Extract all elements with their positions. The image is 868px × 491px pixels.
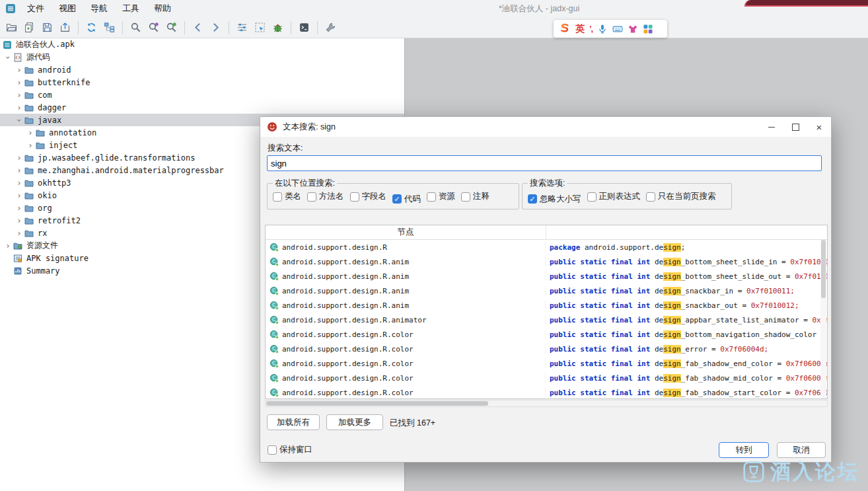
goto-button[interactable]: 转到 bbox=[719, 442, 769, 458]
code-text: _snackbar_out = bbox=[681, 301, 751, 310]
class-search-icon[interactable] bbox=[163, 19, 180, 36]
svg-text:C: C bbox=[272, 389, 275, 395]
collapse-arrow-icon[interactable]: › bbox=[3, 52, 13, 63]
code-keyword: public static final int bbox=[550, 345, 655, 354]
tree-item-label: retrofit2 bbox=[38, 216, 81, 225]
flatten-packages-icon[interactable] bbox=[100, 19, 118, 36]
menu-item[interactable]: 导航 bbox=[83, 0, 115, 17]
maximize-button[interactable] bbox=[783, 117, 807, 137]
toolbox-grid-icon[interactable] bbox=[643, 24, 653, 34]
expand-arrow-icon[interactable]: › bbox=[14, 190, 24, 201]
result-row[interactable]: Candroid.support.design.R.animpublic sta… bbox=[266, 283, 827, 298]
vertical-scrollbar[interactable] bbox=[820, 240, 826, 398]
tree-item[interactable]: ›com bbox=[0, 89, 404, 101]
ime-punctuation-toggle[interactable]: ’, bbox=[589, 24, 593, 34]
tree-item[interactable]: 油联合伙人.apk bbox=[0, 38, 404, 51]
checkbox-option[interactable]: ✓代码 bbox=[392, 194, 421, 205]
result-row[interactable]: Candroid.support.design.R.animpublic sta… bbox=[266, 254, 827, 269]
tree-item[interactable]: ›butterknife bbox=[0, 76, 404, 89]
result-row[interactable]: Candroid.support.design.R.animatorpublic… bbox=[266, 313, 827, 327]
dialog-titlebar[interactable]: 文本搜索: sign × bbox=[260, 117, 831, 137]
keep-window-checkbox[interactable]: 保持窗口 bbox=[268, 444, 312, 455]
reload-icon[interactable] bbox=[83, 19, 100, 36]
expand-arrow-icon[interactable]: › bbox=[14, 178, 24, 188]
open-folder-icon[interactable] bbox=[3, 19, 20, 36]
menu-item[interactable]: 帮助 bbox=[147, 0, 178, 17]
collapse-arrow-icon[interactable]: › bbox=[14, 115, 24, 126]
code-keyword: public static final int bbox=[550, 301, 655, 310]
results-table[interactable]: 节点 Candroid.support.design.Rpackage andr… bbox=[265, 225, 828, 399]
result-code-cell: public static final int design_fab_shado… bbox=[546, 359, 827, 368]
checkbox-option[interactable]: 资源 bbox=[427, 191, 455, 202]
checkbox-option[interactable]: 正则表达式 bbox=[587, 191, 641, 202]
checkbox-option[interactable]: 类名 bbox=[273, 191, 301, 202]
add-files-icon[interactable] bbox=[20, 19, 38, 36]
ime-toolbar[interactable]: 英 ’, bbox=[554, 20, 667, 38]
close-button[interactable]: × bbox=[807, 117, 831, 137]
code-column-header[interactable] bbox=[546, 225, 827, 239]
debugger-icon[interactable] bbox=[269, 19, 287, 36]
expand-arrow-icon[interactable]: › bbox=[14, 165, 24, 176]
class-icon: C bbox=[270, 330, 279, 339]
expand-arrow-icon[interactable]: › bbox=[14, 77, 24, 88]
class-icon: C bbox=[270, 272, 279, 281]
checkbox-option[interactable]: 只在当前页搜索 bbox=[646, 191, 716, 202]
vertical-scrollbar-thumb[interactable] bbox=[821, 240, 826, 298]
microphone-icon[interactable] bbox=[597, 24, 608, 34]
text-search-icon[interactable] bbox=[127, 19, 145, 36]
comment-search-icon[interactable] bbox=[145, 19, 163, 36]
expand-arrow-icon[interactable]: › bbox=[14, 215, 24, 226]
inspector-icon[interactable] bbox=[251, 19, 269, 36]
result-row[interactable]: Candroid.support.design.R.colorpublic st… bbox=[266, 327, 827, 342]
checkbox-option[interactable]: ✓忽略大小写 bbox=[528, 194, 581, 205]
expand-arrow-icon[interactable]: › bbox=[25, 140, 36, 151]
result-row[interactable]: Candroid.support.design.R.colorpublic st… bbox=[266, 371, 827, 385]
load-all-button[interactable]: 加载所有 bbox=[267, 414, 320, 430]
export-icon[interactable] bbox=[56, 19, 74, 36]
menu-item[interactable]: 视图 bbox=[52, 0, 83, 17]
package-icon bbox=[24, 115, 35, 125]
expand-arrow-icon[interactable]: › bbox=[14, 228, 24, 239]
horizontal-scrollbar-thumb[interactable] bbox=[266, 401, 488, 406]
horizontal-scrollbar[interactable] bbox=[265, 400, 828, 407]
keep-window-label: 保持窗口 bbox=[279, 444, 312, 455]
sogou-logo-icon[interactable] bbox=[558, 22, 571, 35]
result-row[interactable]: Candroid.support.design.R.colorpublic st… bbox=[266, 356, 827, 371]
cancel-button[interactable]: 取消 bbox=[777, 442, 826, 458]
menu-item[interactable]: 工具 bbox=[115, 0, 147, 17]
save-all-icon[interactable] bbox=[38, 19, 56, 36]
minimize-button[interactable] bbox=[760, 117, 783, 137]
expand-arrow-icon[interactable]: › bbox=[14, 65, 24, 75]
result-row[interactable]: Candroid.support.design.R.animpublic sta… bbox=[266, 298, 827, 313]
tree-item[interactable]: ›android bbox=[0, 63, 404, 76]
expand-arrow-icon[interactable]: › bbox=[3, 241, 13, 251]
forward-icon[interactable] bbox=[207, 19, 225, 36]
result-row[interactable]: Candroid.support.design.Rpackage android… bbox=[266, 240, 827, 254]
skin-icon[interactable] bbox=[628, 24, 638, 34]
menu-item[interactable]: 文件 bbox=[20, 0, 52, 17]
deobfuscation-icon[interactable] bbox=[233, 19, 251, 36]
back-icon[interactable] bbox=[189, 19, 207, 36]
log-viewer-icon[interactable] bbox=[295, 19, 313, 36]
result-row[interactable]: Candroid.support.design.R.colorpublic st… bbox=[266, 342, 827, 356]
tree-item[interactable]: ›dagger bbox=[0, 101, 404, 114]
expand-arrow-icon[interactable]: › bbox=[14, 102, 24, 113]
load-more-button[interactable]: 加载更多 bbox=[326, 414, 383, 430]
checkbox-option[interactable]: 字段名 bbox=[350, 191, 387, 202]
ime-language-toggle[interactable]: 英 bbox=[575, 23, 585, 35]
result-row[interactable]: Candroid.support.design.R.animpublic sta… bbox=[266, 269, 827, 283]
search-input[interactable] bbox=[267, 155, 822, 171]
checkbox-option[interactable]: 方法名 bbox=[307, 191, 344, 202]
preferences-icon[interactable] bbox=[322, 19, 340, 36]
soft-keyboard-icon[interactable] bbox=[612, 24, 623, 34]
expand-arrow-icon[interactable]: › bbox=[14, 90, 24, 100]
expand-arrow-icon[interactable]: › bbox=[14, 153, 24, 163]
node-column-header[interactable]: 节点 bbox=[266, 225, 546, 239]
result-row[interactable]: Candroid.support.design.R.colorpublic st… bbox=[266, 385, 827, 399]
expand-arrow-icon[interactable]: › bbox=[14, 203, 24, 213]
expand-arrow-icon[interactable]: › bbox=[25, 128, 36, 138]
search-in-group: 在以下位置搜索: 类名方法名字段名✓代码资源注释 bbox=[267, 178, 519, 209]
code-text: _fab_shadow_mid_color = bbox=[681, 374, 786, 383]
tree-item[interactable]: ›源代码 bbox=[0, 51, 404, 63]
checkbox-option[interactable]: 注释 bbox=[461, 191, 489, 202]
